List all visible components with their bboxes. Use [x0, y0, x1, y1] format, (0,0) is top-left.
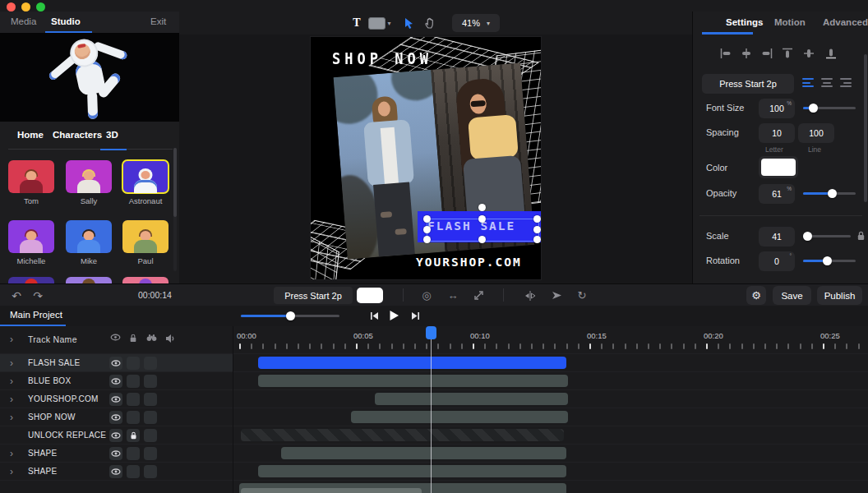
track-row-shape[interactable]: ›SHAPE: [0, 444, 233, 463]
lock-icon[interactable]: [129, 334, 137, 343]
character-card-astronaut[interactable]: Astronaut: [122, 160, 169, 205]
tab-characters[interactable]: Characters: [53, 130, 102, 140]
text-align-left-icon[interactable]: [802, 77, 815, 89]
align-right-icon[interactable]: [760, 47, 773, 60]
font-size-slider[interactable]: [803, 107, 856, 109]
tab-motion[interactable]: Motion: [774, 17, 806, 27]
publish-button[interactable]: Publish: [817, 286, 862, 305]
selected-color-swatch[interactable]: [357, 288, 383, 303]
selection-handle-top-mid[interactable]: [478, 215, 486, 223]
extra-toggle[interactable]: [144, 411, 157, 424]
character-card-tom[interactable]: Tom: [8, 160, 54, 205]
fill-color-tool[interactable]: ▾: [368, 15, 391, 31]
clip-bar[interactable]: [258, 465, 566, 477]
clip-bar[interactable]: [375, 393, 568, 405]
tab-home[interactable]: Home: [17, 130, 44, 140]
diagonal-resize-icon[interactable]: [469, 287, 487, 304]
zoom-level-dropdown[interactable]: 41% ▾: [452, 14, 500, 32]
track-lane[interactable]: [233, 389, 868, 408]
eye-toggle[interactable]: [109, 411, 122, 424]
scale-input[interactable]: 41: [759, 227, 795, 246]
inspector-scrollbar[interactable]: [864, 54, 867, 202]
tab-studio[interactable]: Studio: [51, 16, 81, 26]
track-lane[interactable]: [233, 371, 868, 390]
design-canvas[interactable]: SHOP NOW FLASH SALE: [311, 37, 541, 279]
save-button[interactable]: Save: [773, 286, 811, 305]
eye-icon[interactable]: [110, 334, 121, 341]
selection-handle-bottom-left[interactable]: [423, 236, 431, 243]
character-card-paul[interactable]: Paul: [122, 220, 169, 265]
lock-toggle[interactable]: [127, 429, 140, 442]
undo-button[interactable]: ↶: [8, 287, 25, 304]
chevron-right-icon[interactable]: ›: [10, 466, 13, 477]
tab-3d[interactable]: 3D: [106, 130, 118, 140]
opacity-slider[interactable]: [803, 192, 856, 195]
clip-bar[interactable]: [241, 429, 564, 441]
character-thumb[interactable]: [66, 160, 112, 193]
character-thumb-partial[interactable]: [8, 277, 54, 283]
lock-icon[interactable]: [856, 231, 866, 241]
selection-handle-mid-left[interactable]: [423, 226, 431, 233]
skip-to-start-button[interactable]: [367, 309, 381, 322]
track-row-blue-box[interactable]: ›BLUE BOX: [0, 371, 233, 390]
lock-toggle[interactable]: [127, 357, 140, 370]
selection-handle-bottom-right[interactable]: [533, 236, 541, 243]
chevron-right-icon[interactable]: ›: [10, 412, 13, 423]
align-bottom-icon[interactable]: [824, 47, 838, 60]
lock-toggle[interactable]: [127, 411, 140, 424]
align-left-icon[interactable]: [719, 47, 732, 60]
timeline-zoom-slider[interactable]: [241, 315, 339, 317]
track-lane[interactable]: [233, 408, 868, 426]
lock-toggle[interactable]: [127, 465, 140, 478]
website-text[interactable]: YOURSHOP.COM: [416, 256, 522, 269]
chevron-right-icon[interactable]: ›: [10, 357, 13, 369]
pan-tool-button[interactable]: [423, 15, 436, 31]
character-card-mike[interactable]: Mike: [66, 220, 112, 265]
extra-toggle[interactable]: [144, 375, 157, 388]
selection-handle-bottom-mid[interactable]: [478, 236, 486, 243]
character-thumb[interactable]: [122, 160, 169, 193]
speaker-icon[interactable]: [165, 334, 175, 343]
target-position-icon[interactable]: ◎: [418, 287, 436, 304]
rotation-input[interactable]: 0°: [759, 251, 795, 271]
character-thumb-partial[interactable]: [122, 277, 169, 283]
redo-button[interactable]: ↷: [30, 287, 46, 304]
binoculars-icon[interactable]: [146, 334, 157, 342]
project-tab[interactable]: Main Project: [10, 310, 62, 320]
track-lane[interactable]: [233, 353, 868, 372]
letter-spacing-input[interactable]: 10: [759, 123, 795, 143]
lock-toggle[interactable]: [127, 447, 140, 460]
play-button[interactable]: [386, 309, 401, 322]
character-card-michelle[interactable]: Michelle: [8, 220, 54, 265]
selection-rotate-handle[interactable]: [478, 204, 486, 211]
chevron-right-icon[interactable]: ›: [10, 334, 13, 345]
rotate-icon[interactable]: ↻: [573, 287, 591, 304]
selection-handle-top-right[interactable]: [533, 215, 541, 223]
track-lane[interactable]: [233, 426, 868, 445]
eye-toggle[interactable]: [109, 375, 122, 388]
rotation-slider[interactable]: [803, 260, 856, 262]
selection-handle-mid-right[interactable]: [533, 226, 541, 233]
clip-bar[interactable]: [258, 375, 568, 387]
selected-font-button[interactable]: Press Start 2p: [274, 287, 353, 304]
text-align-right-icon[interactable]: [840, 77, 852, 89]
character-thumb-partial[interactable]: [66, 277, 112, 283]
eye-toggle[interactable]: [109, 447, 122, 460]
flip-horizontal-icon[interactable]: [521, 287, 539, 304]
eye-toggle[interactable]: [109, 429, 122, 442]
track-row[interactable]: [0, 480, 233, 493]
extra-toggle[interactable]: [144, 447, 157, 460]
extra-toggle[interactable]: [144, 393, 157, 406]
tab-settings[interactable]: Settings: [726, 17, 763, 27]
clip-bar[interactable]: [351, 411, 568, 423]
skip-to-end-button[interactable]: [408, 309, 422, 322]
font-size-input[interactable]: 100%: [759, 99, 795, 118]
minimize-window-button[interactable]: [21, 2, 30, 12]
lock-toggle[interactable]: [127, 375, 140, 388]
extra-toggle[interactable]: [144, 465, 157, 478]
track-row-unlock-replace[interactable]: UNLOCK REPLACE: [0, 426, 233, 445]
settings-gear-button[interactable]: ⚙: [746, 286, 766, 305]
tab-exit[interactable]: Exit: [150, 16, 166, 26]
align-center-vertical-icon[interactable]: [802, 47, 815, 60]
character-thumb[interactable]: [66, 220, 112, 253]
